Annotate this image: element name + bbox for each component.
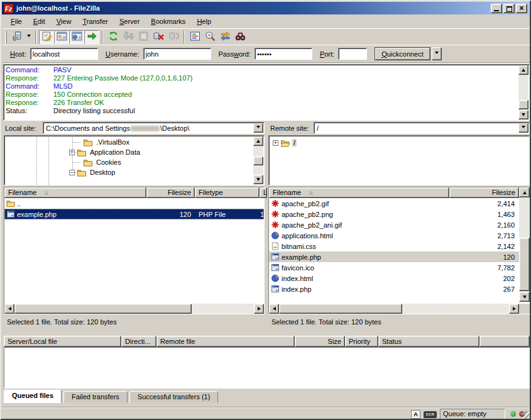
local-tree-scroll-down-button[interactable] xyxy=(253,175,263,184)
local-directory-tree[interactable]: .VirtualBox+Application DataCookies−Desk… xyxy=(4,135,265,185)
remote-list-scroll-left-button[interactable] xyxy=(269,304,279,314)
tree-item--virtualbox[interactable]: .VirtualBox xyxy=(81,137,131,147)
titlebar[interactable]: Fz john@localhost - FileZilla × xyxy=(2,2,529,14)
file-row-example-php[interactable]: example.php120PHP File1 xyxy=(4,209,264,219)
file-row-apache-pb2-png[interactable]: apache_pb2.png1,463 xyxy=(269,209,519,219)
transfer-type-icon[interactable]: A xyxy=(411,410,420,419)
remote-list-scroll-up-button[interactable] xyxy=(519,187,530,197)
site-manager-dropdown-button[interactable] xyxy=(25,30,33,44)
find-files-button[interactable] xyxy=(233,30,248,44)
local-site-dropdown-button[interactable] xyxy=(253,123,263,133)
column-header-filetype[interactable]: Filetype xyxy=(195,187,260,198)
local-list-hscrollbar-thumb[interactable] xyxy=(14,304,192,314)
triangle-up-icon xyxy=(522,67,525,72)
local-list-scroll-left-button[interactable] xyxy=(4,304,14,314)
queue-column-header-status[interactable]: Status xyxy=(378,336,479,347)
column-header-filename[interactable]: Filename xyxy=(269,187,449,198)
file-row--[interactable]: .. xyxy=(4,198,264,209)
tree-expand-icon[interactable]: + xyxy=(69,150,75,155)
menu-help[interactable]: Help xyxy=(191,16,217,26)
synchronized-browsing-button[interactable] xyxy=(217,30,233,44)
column-header-filename[interactable]: Filename xyxy=(4,187,146,198)
tree-item-application-data[interactable]: +Application Data xyxy=(69,147,141,157)
tab-failed-transfers[interactable]: Failed transfers xyxy=(63,391,128,403)
activity-led-green-icon xyxy=(510,411,516,417)
maximize-button[interactable] xyxy=(503,4,515,13)
queue-column-header-directi-[interactable]: Directi... xyxy=(121,336,156,347)
file-row-apache-pb2-ani-gif[interactable]: apache_pb2_ani.gif2,160 xyxy=(269,219,519,230)
local-file-list[interactable]: FilenameFilesizeFiletypeL..example.php12… xyxy=(4,187,265,314)
remote-list-scroll-right-button[interactable] xyxy=(509,304,519,314)
toolbar-grip[interactable] xyxy=(5,31,7,43)
remote-list-hscrollbar-thumb[interactable] xyxy=(279,304,402,314)
tab-queued-files[interactable]: Queued files xyxy=(4,390,62,403)
toggle-transfer-queue-button[interactable] xyxy=(84,30,99,44)
file-row-apache-pb2-gif[interactable]: apache_pb2.gif2,414 xyxy=(269,198,519,209)
queue-column-header-remote-file[interactable]: Remote file xyxy=(156,336,295,347)
log-scrollbar-thumb[interactable] xyxy=(518,100,528,109)
toggle-message-log-button[interactable] xyxy=(39,30,54,44)
cancel-operation-button[interactable] xyxy=(136,30,151,44)
quickconnect-dropdown-button[interactable] xyxy=(432,47,442,60)
menu-edit[interactable]: Edit xyxy=(28,16,51,26)
password-input[interactable] xyxy=(255,48,312,60)
file-row-favicon-ico[interactable]: favicon.ico7,782 xyxy=(269,262,519,273)
local-site-combobox[interactable]: C:\Documents and Settings\Desktop\ xyxy=(43,122,265,134)
queue-column-header-server-local-file[interactable]: Server/Local file xyxy=(4,336,121,347)
file-row-bitnami-css[interactable]: bitnami.css2,142 xyxy=(269,241,519,251)
tree-item-cookies[interactable]: Cookies xyxy=(81,157,123,167)
directory-comparison-button[interactable] xyxy=(202,30,217,44)
remote-list-vscrollbar-thumb[interactable] xyxy=(519,238,530,291)
column-header-filesize[interactable]: Filesize xyxy=(146,187,195,198)
tree-item-label: Application Data xyxy=(89,148,141,156)
remote-site-dropdown-button[interactable] xyxy=(518,123,528,133)
menu-server[interactable]: Server xyxy=(114,16,145,26)
toggle-remote-tree-button[interactable] xyxy=(69,30,84,44)
file-row-index-php[interactable]: index.php267 xyxy=(269,284,519,294)
reconnect-button[interactable] xyxy=(166,30,181,44)
tree-item-desktop[interactable]: −Desktop xyxy=(69,167,116,177)
file-row-applications-html[interactable]: applications.html2,713 xyxy=(269,230,519,241)
disconnect-button[interactable] xyxy=(151,30,166,44)
minimize-button[interactable] xyxy=(491,4,502,13)
menu-bookmarks[interactable]: Bookmarks xyxy=(145,16,191,26)
username-input[interactable] xyxy=(143,48,211,60)
remote-file-list[interactable]: FilenameFilesizeapache_pb2.gif2,414apach… xyxy=(268,187,530,314)
tab-successful-transfers-1-[interactable]: Successful transfers (1) xyxy=(129,391,219,403)
log-scroll-up-button[interactable] xyxy=(518,65,528,75)
queue-column-header-priority[interactable]: Priority xyxy=(345,336,378,347)
log-line-text: 226 Transfer OK xyxy=(53,99,104,107)
local-list-scroll-right-button[interactable] xyxy=(254,304,264,314)
column-header-l[interactable]: L xyxy=(260,187,267,198)
site-manager-button[interactable] xyxy=(9,30,25,44)
remote-site-combobox[interactable]: / xyxy=(314,122,530,134)
log-line-type: Response: xyxy=(6,74,53,82)
file-row-example-php[interactable]: example.php120 xyxy=(269,251,519,262)
local-tree-scroll-up-button[interactable] xyxy=(253,136,263,146)
refresh-button[interactable] xyxy=(106,30,121,44)
directory-listing-filters-button[interactable] xyxy=(187,30,202,44)
transfer-queue-body[interactable] xyxy=(4,347,530,389)
menu-transfer[interactable]: Transfer xyxy=(77,16,114,26)
tree-collapse-icon[interactable]: − xyxy=(69,170,75,175)
menu-view[interactable]: View xyxy=(51,16,77,26)
queue-column-header-filler[interactable] xyxy=(479,336,530,347)
tree-expand-icon[interactable]: + xyxy=(273,140,278,146)
log-scroll-down-button[interactable] xyxy=(518,110,528,119)
remote-directory-tree[interactable]: +/ xyxy=(268,135,530,185)
file-row-index-html[interactable]: index.html202 xyxy=(269,273,519,284)
menu-file[interactable]: File xyxy=(5,16,28,26)
host-input[interactable] xyxy=(30,48,98,60)
remote-list-scroll-down-button[interactable] xyxy=(519,292,530,302)
port-input[interactable] xyxy=(338,48,367,60)
process-queue-button[interactable] xyxy=(121,30,136,44)
resize-grip[interactable] xyxy=(522,411,530,419)
column-header-filesize[interactable]: Filesize xyxy=(449,187,519,198)
queue-column-header-size[interactable]: Size xyxy=(295,336,345,347)
tree-item-root[interactable]: +/ xyxy=(273,138,297,148)
close-button[interactable]: × xyxy=(516,4,527,13)
quickconnect-button[interactable]: Quickconnect xyxy=(375,47,430,60)
log-line-type: Response: xyxy=(6,99,53,107)
local-tree-scrollbar-thumb[interactable] xyxy=(253,157,263,165)
toggle-local-tree-button[interactable] xyxy=(54,30,69,44)
